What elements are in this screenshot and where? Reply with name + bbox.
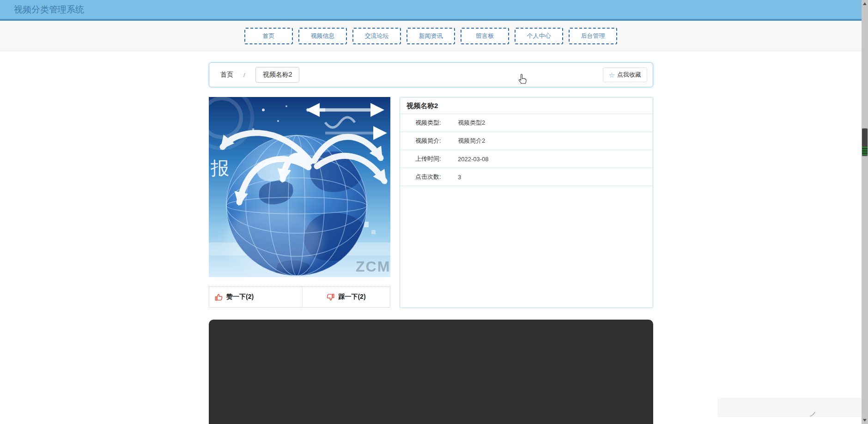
main-nav: 首页 视频信息 交流论坛 新闻资讯 留言板 个人中心 后台管理 bbox=[0, 21, 862, 51]
video-title: 视频名称2 bbox=[400, 97, 653, 114]
nav-item-label: 后台管理 bbox=[581, 32, 605, 40]
nav-item-label: 个人中心 bbox=[527, 32, 551, 40]
nav-item-label: 视频信息 bbox=[311, 32, 335, 40]
scroll-down-icon[interactable] bbox=[863, 419, 867, 422]
like-label: 赞一下(2) bbox=[226, 293, 254, 301]
mouse-cursor-icon bbox=[518, 73, 528, 86]
video-player[interactable] bbox=[209, 320, 653, 424]
star-icon: ☆ bbox=[609, 72, 615, 79]
video-detail-section: 报 ZCM 赞一下(2) bbox=[209, 97, 653, 308]
corner-mark-icon bbox=[809, 412, 816, 417]
field-label: 点击次数: bbox=[400, 173, 458, 181]
page: 视频分类管理系统 首页 视频信息 交流论坛 新闻资讯 留言板 个人中心 后台管理… bbox=[0, 0, 868, 424]
nav-item-personal-center[interactable]: 个人中心 bbox=[515, 28, 563, 44]
field-label: 视频类型: bbox=[400, 119, 458, 127]
breadcrumb-home-link[interactable]: 首页 bbox=[220, 71, 233, 79]
nav-item-label: 留言板 bbox=[476, 32, 494, 40]
reaction-bar: 赞一下(2) 踩一下(2) bbox=[209, 286, 390, 308]
video-info-panel: 视频名称2 视频类型: 视频类型2 视频简介: 视频简介2 上传时间: 2022… bbox=[400, 97, 653, 308]
app-header: 视频分类管理系统 bbox=[0, 0, 862, 21]
field-label: 上传时间: bbox=[400, 155, 458, 163]
nav-item-message-board[interactable]: 留言板 bbox=[461, 28, 509, 44]
field-value: 3 bbox=[458, 174, 461, 181]
thumb-down-icon bbox=[327, 293, 334, 301]
favorite-button[interactable]: ☆ 点我收藏 bbox=[603, 67, 647, 82]
nav-item-admin[interactable]: 后台管理 bbox=[569, 28, 617, 44]
vertical-scrollbar[interactable] bbox=[862, 0, 868, 424]
breadcrumb-current: 视频名称2 bbox=[255, 67, 300, 83]
thumbnail-column: 报 ZCM 赞一下(2) bbox=[209, 97, 390, 308]
nav-item-forum[interactable]: 交流论坛 bbox=[352, 28, 401, 44]
favorite-button-label: 点我收藏 bbox=[617, 71, 641, 79]
field-value: 2022-03-08 bbox=[458, 156, 489, 163]
like-button[interactable]: 赞一下(2) bbox=[209, 287, 302, 307]
scroll-up-icon[interactable] bbox=[863, 2, 867, 5]
nav-item-news[interactable]: 新闻资讯 bbox=[407, 28, 455, 44]
scrollbar-thumb-stripes bbox=[862, 147, 868, 155]
thumb-up-icon bbox=[215, 293, 223, 301]
info-row-type: 视频类型: 视频类型2 bbox=[400, 114, 653, 132]
scrollbar-thumb[interactable] bbox=[862, 128, 868, 156]
thumbnail-watermark: ZCM bbox=[356, 258, 390, 275]
nav-item-label: 首页 bbox=[263, 32, 275, 40]
info-row-upload-time: 上传时间: 2022-03-08 bbox=[400, 150, 653, 168]
corner-overlay bbox=[717, 398, 863, 417]
dislike-button[interactable]: 踩一下(2) bbox=[302, 287, 390, 307]
info-row-intro: 视频简介: 视频简介2 bbox=[400, 132, 653, 150]
nav-item-label: 新闻资讯 bbox=[419, 32, 443, 40]
field-value: 视频类型2 bbox=[458, 119, 485, 127]
nav-item-label: 交流论坛 bbox=[365, 32, 389, 40]
breadcrumb-separator: / bbox=[243, 72, 245, 79]
app-title: 视频分类管理系统 bbox=[0, 0, 862, 19]
nav-item-video-info[interactable]: 视频信息 bbox=[298, 28, 347, 44]
content-area: 首页 / 视频名称2 ☆ 点我收藏 bbox=[209, 62, 653, 424]
field-label: 视频简介: bbox=[400, 137, 458, 145]
nav-item-home[interactable]: 首页 bbox=[244, 28, 293, 44]
info-row-click-count: 点击次数: 3 bbox=[400, 168, 653, 186]
field-value: 视频简介2 bbox=[458, 137, 485, 145]
breadcrumb: 首页 / 视频名称2 ☆ 点我收藏 bbox=[209, 62, 653, 87]
thumbnail-overlay-text: 报 bbox=[210, 158, 229, 178]
dislike-label: 踩一下(2) bbox=[338, 293, 365, 301]
video-thumbnail: 报 ZCM bbox=[209, 97, 390, 277]
